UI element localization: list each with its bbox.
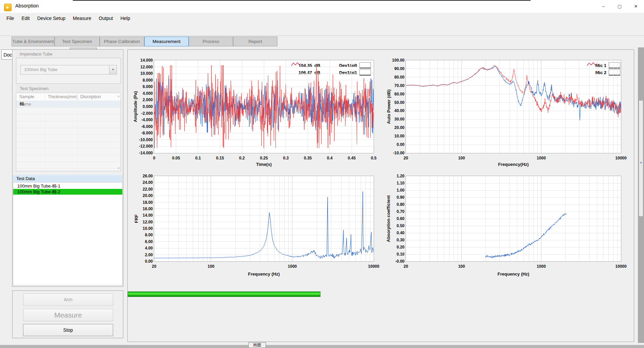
cell-discription bbox=[84, 101, 119, 107]
chevron-down-icon[interactable]: ▼ bbox=[109, 65, 117, 74]
x-axis-tick: 100 bbox=[451, 264, 472, 269]
maximize-icon[interactable]: ▢ bbox=[611, 0, 628, 13]
x-axis-tick: 0.05 bbox=[166, 156, 186, 160]
y-axis-tick: 6.000 bbox=[134, 84, 153, 89]
background-window-edge bbox=[73, 0, 531, 1]
subtab-phase-calibration[interactable]: Phase Calibration bbox=[100, 37, 144, 46]
x-axis-tick: 1000 bbox=[531, 156, 552, 160]
y-axis-tick: 0.80 bbox=[386, 202, 404, 207]
main-tab-strip: Documentation Channel Setup Absorption bbox=[0, 24, 644, 36]
impedance-tube-select[interactable]: 100mm Big Tube ▼ bbox=[20, 65, 117, 74]
y-axis-tick: 4.000 bbox=[134, 91, 153, 96]
subtab-tube-environment[interactable]: Tube & Environment bbox=[12, 37, 55, 46]
title-bar: ▶ Absorption bbox=[0, 0, 644, 13]
test-specimen-table[interactable]: Sample Name Thickness(mm) Discription 棉 … bbox=[16, 93, 121, 171]
frf-chart: FRF Frequency (Hz) 26.0024.0022.0020.001… bbox=[154, 176, 374, 261]
y-axis-tick: 12.000 bbox=[134, 65, 153, 69]
y-axis-tick: 20.00 bbox=[134, 193, 153, 198]
x-axis-tick: 10000 bbox=[611, 156, 631, 160]
menu-item-file[interactable]: File bbox=[3, 13, 18, 24]
measure-button[interactable]: Measure bbox=[23, 309, 113, 321]
collapse-handle[interactable]: < bbox=[639, 100, 643, 217]
x-axis-tick: 10000 bbox=[363, 264, 384, 269]
absorption-coefficient-chart: Absorption coefficient Frequency (Hz) 1.… bbox=[406, 176, 621, 261]
column-header-thickness: Thickness(mm) bbox=[45, 93, 77, 101]
subtab-measurement[interactable]: Measurement bbox=[144, 37, 189, 46]
x-axis-tick: 20 bbox=[396, 264, 416, 269]
table-row-empty bbox=[16, 135, 121, 142]
y-axis-tick: 8.000 bbox=[134, 78, 153, 83]
y-axis-tick: 20.00 bbox=[386, 125, 404, 130]
scroll-down-icon[interactable]: ∨ bbox=[118, 167, 120, 170]
subtab-process[interactable]: Process bbox=[189, 37, 233, 46]
app-icon: ▶ bbox=[4, 4, 12, 11]
y-axis-tick: 70.00 bbox=[386, 83, 404, 88]
x-axis-tick: 0.4 bbox=[319, 156, 340, 160]
cell-thickness bbox=[48, 101, 84, 107]
y-axis-tick: 10.000 bbox=[134, 71, 153, 76]
x-axis-tick: 0 bbox=[144, 156, 164, 160]
x-axis-tick: 20 bbox=[396, 156, 416, 160]
list-item[interactable]: 100mm Big Tube-棉-1 bbox=[13, 183, 122, 189]
y-axis-tick: 14.000 bbox=[134, 58, 153, 63]
menu-item-edit[interactable]: Edit bbox=[18, 13, 34, 24]
y-axis-tick: 0.40 bbox=[386, 231, 404, 235]
subtab-test-specimen[interactable]: Test Specimen bbox=[55, 37, 100, 46]
x-axis-tick: 0.45 bbox=[341, 156, 362, 160]
x-axis-tick: 20 bbox=[144, 264, 164, 269]
minimize-icon[interactable]: – bbox=[595, 0, 611, 13]
menu-item-help[interactable]: Help bbox=[117, 13, 134, 24]
y-axis-tick: 0.00 bbox=[386, 142, 404, 147]
stop-button[interactable]: Stop bbox=[23, 324, 113, 336]
y-axis-tick: -6.000 bbox=[134, 124, 153, 129]
x-axis-tick: 0.3 bbox=[276, 156, 296, 160]
tab-strip-divider bbox=[0, 36, 644, 36]
auto-power-chart: Auto Power (dB) Frequency(Hz) Mic 1 Mic … bbox=[406, 60, 621, 153]
table-row[interactable]: 棉 bbox=[16, 101, 121, 108]
application-window: ▶ Absorption – ▢ ✕ File Edit Device Setu… bbox=[0, 0, 644, 348]
y-axis-tick: 50.00 bbox=[386, 100, 404, 105]
x-axis-tick: 0.35 bbox=[298, 156, 318, 160]
list-item-selected[interactable]: 100mm Big Tube-棉-2 bbox=[13, 189, 122, 195]
window-title: Absorption bbox=[15, 3, 39, 8]
y-axis-tick: 0.30 bbox=[386, 238, 404, 242]
table-row-empty bbox=[16, 148, 121, 155]
y-axis-tick: -14.000 bbox=[134, 151, 153, 155]
scroll-up-icon[interactable]: ∧ bbox=[118, 95, 120, 98]
column-header-discription: Discription bbox=[77, 93, 109, 101]
y-axis-tick: 26.00 bbox=[134, 174, 153, 178]
close-icon[interactable]: ✕ bbox=[628, 0, 644, 13]
draw-tab[interactable]: 画图 bbox=[248, 342, 266, 348]
menu-item-device-setup[interactable]: Device Setup bbox=[34, 13, 69, 24]
y-axis-tick: 0.90 bbox=[386, 195, 404, 200]
cell-sample-name: 棉 bbox=[16, 101, 48, 107]
y-axis-tick: 6.00 bbox=[134, 239, 153, 244]
time-waveform-chart: Amplitude (Pa) Time(s) 104.35 dB Dev1/ai… bbox=[154, 60, 374, 153]
table-row-empty bbox=[16, 155, 121, 162]
y-axis-tick: 30.00 bbox=[386, 117, 404, 122]
y-axis-tick: 16.00 bbox=[134, 206, 153, 211]
y-axis-tick: 0.60 bbox=[386, 216, 404, 221]
table-row-empty bbox=[16, 121, 121, 128]
y-axis-tick: 18.00 bbox=[134, 200, 153, 205]
x-axis-tick: 1000 bbox=[531, 264, 552, 269]
y-axis-tick: 1.20 bbox=[386, 174, 404, 178]
y-axis-tick: 22.00 bbox=[134, 187, 153, 192]
y-axis-tick: 100.00 bbox=[386, 58, 404, 63]
y-axis-tick: -8.000 bbox=[134, 131, 153, 135]
x-axis-label: Time(s) bbox=[256, 162, 272, 167]
window-controls: – ▢ ✕ bbox=[595, 0, 644, 13]
menu-item-output[interactable]: Output bbox=[95, 13, 117, 24]
subtab-report[interactable]: Report bbox=[233, 37, 277, 46]
arm-button[interactable]: Arm bbox=[23, 293, 113, 306]
bottom-edge-strip bbox=[0, 345, 644, 348]
x-axis-tick: 100 bbox=[201, 264, 221, 269]
measurement-progress-bar bbox=[128, 291, 320, 297]
chevron-left-icon: < bbox=[640, 161, 642, 165]
y-axis-tick: -12.000 bbox=[134, 144, 153, 149]
y-axis-tick: 12.00 bbox=[134, 220, 153, 224]
x-axis-tick: 0.1 bbox=[188, 156, 208, 160]
menu-item-measure[interactable]: Measure bbox=[69, 13, 95, 24]
table-row-empty bbox=[16, 114, 121, 121]
table-row-empty bbox=[16, 162, 121, 169]
